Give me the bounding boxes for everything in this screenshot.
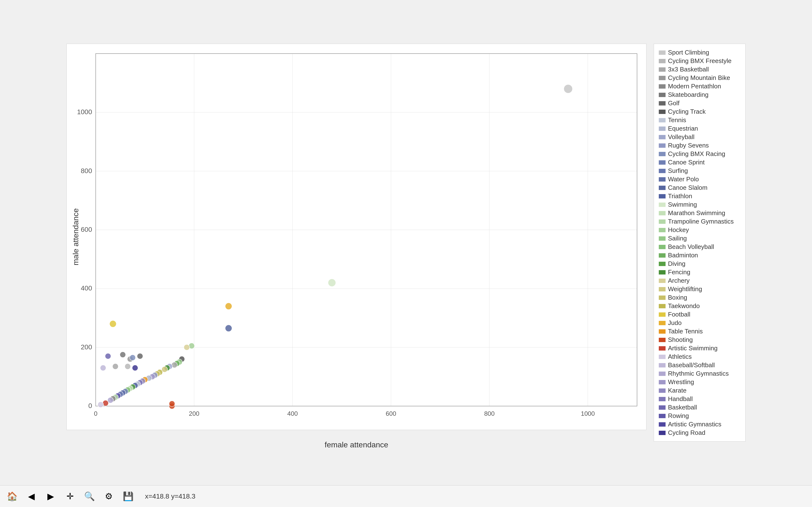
legend-item: Hockey: [659, 226, 741, 234]
svg-text:200: 200: [81, 343, 92, 351]
data-point[interactable]: [105, 353, 111, 359]
legend-item: Baseball/Softball: [659, 361, 741, 369]
legend-color-swatch: [659, 177, 666, 181]
legend-item: Modern Pentathlon: [659, 82, 741, 90]
legend-color-swatch: [659, 194, 666, 199]
settings-button[interactable]: ⚙: [101, 489, 116, 504]
data-point[interactable]: [328, 279, 336, 287]
legend-item: Rugby Sevens: [659, 142, 741, 149]
legend-item: Rhythmic Gymnastics: [659, 370, 741, 377]
legend-label: Water Polo: [668, 175, 699, 183]
legend-label: Fencing: [668, 269, 691, 276]
data-point[interactable]: [125, 363, 131, 370]
data-point[interactable]: [100, 365, 106, 371]
back-button[interactable]: ◀: [24, 489, 39, 504]
data-point[interactable]: [109, 320, 116, 327]
zoom-button[interactable]: 🔍: [82, 489, 97, 504]
legend-item: Volleyball: [659, 133, 741, 141]
legend-label: Surfing: [668, 167, 688, 175]
scatter-plot[interactable]: 0200400600800100002004006008001000: [66, 44, 647, 430]
legend-label: Marathon Swimming: [668, 209, 725, 217]
svg-text:200: 200: [189, 410, 199, 417]
legend-color-swatch: [659, 135, 666, 139]
legend-item: Badminton: [659, 251, 741, 259]
legend-item: Tennis: [659, 116, 741, 124]
legend-item: Canoe Sprint: [659, 159, 741, 166]
legend-label: Equestrian: [668, 125, 698, 132]
y-axis-label: male attendance: [71, 208, 80, 266]
svg-text:1000: 1000: [77, 108, 92, 116]
legend-label: Cycling Road: [668, 429, 705, 437]
svg-text:0: 0: [94, 410, 97, 417]
legend-label: Cycling BMX Racing: [668, 150, 725, 158]
move-button[interactable]: ✛: [63, 489, 77, 504]
legend-item: Cycling BMX Racing: [659, 150, 741, 158]
legend-label: Triathlon: [668, 192, 692, 200]
legend: Sport ClimbingCycling BMX Freestyle3x3 B…: [654, 44, 746, 442]
svg-text:600: 600: [386, 410, 396, 417]
legend-color-swatch: [659, 304, 666, 308]
home-button[interactable]: 🏠: [5, 489, 19, 504]
data-point[interactable]: [98, 402, 103, 407]
legend-label: Artistic Swimming: [668, 344, 717, 352]
legend-item: Athletics: [659, 353, 741, 360]
data-point[interactable]: [137, 353, 143, 359]
legend-color-swatch: [659, 126, 666, 131]
legend-color-swatch: [659, 431, 666, 435]
legend-color-swatch: [659, 219, 666, 224]
svg-text:400: 400: [81, 284, 92, 292]
legend-item: Sailing: [659, 235, 741, 242]
legend-label: Skateboarding: [668, 91, 709, 99]
legend-color-swatch: [659, 397, 666, 401]
data-point[interactable]: [564, 84, 572, 93]
legend-color-swatch: [659, 414, 666, 418]
legend-label: Basketball: [668, 404, 697, 411]
legend-label: Table Tennis: [668, 328, 703, 335]
data-point[interactable]: [130, 355, 136, 360]
legend-color-swatch: [659, 93, 666, 97]
legend-color-swatch: [659, 422, 666, 427]
svg-text:0: 0: [88, 402, 92, 409]
legend-color-swatch: [659, 313, 666, 317]
legend-label: Badminton: [668, 251, 698, 259]
legend-color-swatch: [659, 118, 666, 122]
legend-item: Beach Volleyball: [659, 243, 741, 250]
legend-label: Weightlifting: [668, 285, 702, 293]
legend-item: Cycling BMX Freestyle: [659, 57, 741, 65]
data-point[interactable]: [184, 344, 190, 350]
legend-item: Equestrian: [659, 125, 741, 132]
data-point[interactable]: [225, 325, 232, 332]
main-area: male attendance female attendance 020040…: [0, 0, 812, 485]
legend-label: Modern Pentathlon: [668, 82, 721, 90]
data-point[interactable]: [225, 303, 232, 309]
legend-color-swatch: [659, 388, 666, 393]
legend-item: Archery: [659, 277, 741, 284]
save-button[interactable]: 💾: [121, 489, 135, 504]
legend-label: Artistic Gymnastics: [668, 420, 721, 428]
data-point[interactable]: [132, 365, 138, 371]
legend-label: Rugby Sevens: [668, 142, 709, 149]
svg-text:800: 800: [81, 167, 92, 175]
forward-button[interactable]: ▶: [44, 489, 58, 504]
legend-item: Trampoline Gymnastics: [659, 218, 741, 225]
data-point[interactable]: [120, 352, 126, 357]
legend-label: 3x3 Basketball: [668, 66, 709, 73]
data-point[interactable]: [112, 363, 118, 370]
legend-item: Sport Climbing: [659, 49, 741, 56]
data-point[interactable]: [169, 401, 175, 406]
legend-color-swatch: [659, 186, 666, 190]
legend-label: Swimming: [668, 201, 697, 208]
legend-color-swatch: [659, 363, 666, 368]
legend-color-swatch: [659, 76, 666, 80]
legend-color-swatch: [659, 84, 666, 89]
legend-color-swatch: [659, 160, 666, 165]
legend-label: Shooting: [668, 336, 693, 344]
legend-item: Swimming: [659, 201, 741, 208]
legend-item: Weightlifting: [659, 285, 741, 293]
legend-color-swatch: [659, 380, 666, 384]
legend-item: Cycling Track: [659, 108, 741, 115]
legend-label: Athletics: [668, 353, 692, 360]
legend-label: Cycling Mountain Bike: [668, 74, 730, 81]
legend-color-swatch: [659, 236, 666, 241]
legend-label: Hockey: [668, 226, 689, 234]
